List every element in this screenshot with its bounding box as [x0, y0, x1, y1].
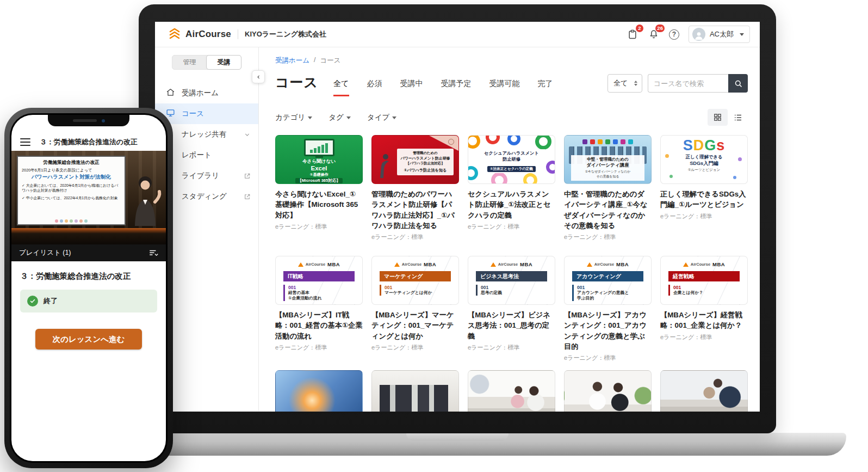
course-thumbnail[interactable]: AirCourseMBA アカウンティング 001 アカウンティングの意義と 学…	[564, 256, 652, 305]
puzzle-pieces-graphic	[565, 139, 651, 144]
tab-required[interactable]: 必須	[367, 79, 382, 96]
course-title[interactable]: 【MBAシリーズ】経営戦略：001_企業とは何か？	[660, 310, 748, 331]
mba-banner: 経営戦略	[668, 271, 740, 281]
phone-notch	[48, 115, 129, 126]
course-thumbnail[interactable]: AirCourseMBA IT戦略 001 経営の基本 ①企業活動の流れ	[275, 256, 363, 305]
grid-view-button[interactable]	[708, 109, 728, 126]
course-title[interactable]: 【MBAシリーズ】マーケティング：001_マーケティングとは何か	[371, 310, 459, 341]
course-meta: eラーニング：標準	[660, 333, 748, 341]
course-title[interactable]: セクシュアルハラスメント防止研修_①法改正とセクハラの定義	[468, 189, 555, 220]
next-lesson-button[interactable]: 次のレッスンへ進む	[35, 329, 142, 350]
course-title[interactable]: 【MBAシリーズ】ビジネス思考法：001_思考の定義	[468, 310, 555, 341]
scope-select-value: 全て	[613, 78, 628, 88]
bowing-person-graphic	[377, 153, 391, 180]
sidebar-item-courses[interactable]: コース	[155, 103, 258, 124]
sidebar-item-label: レポート	[182, 150, 212, 160]
thumb-text-box: セクシュアルハラスメント 防止研修 ①法改正とセクハラの定義	[478, 149, 545, 173]
aircourse-mba-logo: AirCourseMBA	[276, 261, 362, 267]
course-title[interactable]: 管理職のためのパワーハラスメント防止研修【パワハラ防止法対応】_①パワハラ防止法…	[371, 189, 459, 231]
brand[interactable]: AirCourse	[168, 28, 231, 41]
header-divider	[238, 29, 238, 39]
course-meta: eラーニング：標準	[275, 223, 363, 231]
help-icon[interactable]: ?	[669, 29, 679, 40]
course-card: AirCourseMBA IT戦略 001 経営の基本 ①企業活動の流れ 【MB…	[275, 256, 363, 362]
video-player[interactable]: 労働施策総合推進法の改正 2020年6月1日より条文の新設によって パワーハラス…	[11, 151, 166, 244]
search-button[interactable]	[728, 74, 748, 93]
breadcrumb-home-link[interactable]: 受講ホーム	[275, 56, 309, 65]
thumb-text: SDGs入門編	[661, 160, 747, 167]
course-thumbnail[interactable]: AirCourseMBA マーケティング 001 マーケティングとは何か	[371, 256, 459, 305]
course-photo-thumbnail[interactable]	[371, 370, 459, 412]
app-header: AirCourse KIYOラーニング株式会社 2	[155, 22, 760, 47]
course-title[interactable]: 中堅・管理職のためのダイバーシティ講座_①今なぜダイバーシティなのかその意義を知…	[564, 189, 652, 231]
mba-banner: マーケティング	[380, 271, 451, 281]
lesson-title: ３：労働施策総合推進法の改正	[20, 271, 157, 281]
tab-all[interactable]: 全て	[333, 79, 349, 96]
thumb-text: Excel	[311, 165, 327, 172]
playlist-bar[interactable]: プレイリスト (1)	[11, 244, 166, 261]
filter-category[interactable]: カテゴリ	[275, 113, 312, 122]
gender-symbol-graphic	[491, 172, 507, 184]
gender-symbol-graphic	[486, 135, 500, 144]
aircourse-mba-logo: AirCourseMBA	[661, 261, 747, 267]
course-thumbnail[interactable]: SDGs 正しく理解できる SDGs入門編 ①ルーツとビジョン	[660, 135, 748, 184]
sidebar-item-label: スタディング	[182, 192, 227, 201]
course-thumbnail[interactable]: AirCourseMBA ビジネス思考法 001 思考の定義	[468, 256, 555, 305]
sidebar-item-label: ナレッジ共有	[182, 130, 226, 139]
course-photo-thumbnail[interactable]	[275, 370, 363, 412]
phone-speaker	[73, 119, 97, 122]
breadcrumb: 受講ホーム / コース	[275, 56, 748, 65]
thumb-text: ①ルーツとビジョン	[661, 168, 747, 173]
sidebar-item-label: 受講ホーム	[182, 88, 219, 98]
notifications-bell-icon[interactable]: 26	[648, 28, 660, 40]
slide-line: 2020年6月1日より条文の新設によって	[22, 168, 121, 173]
course-card: AirCourseMBA マーケティング 001 マーケティングとは何か 【MB…	[371, 256, 459, 362]
course-photo-thumbnail[interactable]	[564, 370, 652, 412]
course-title[interactable]: 【MBAシリーズ】IT戦略：001_経営の基本①企業活動の流れ	[275, 310, 363, 341]
course-thumbnail[interactable]: セクシュアルハラスメント 防止研修 ①法改正とセクハラの定義	[468, 135, 555, 184]
filter-type[interactable]: タイプ	[367, 113, 396, 122]
course-card: SDGs 正しく理解できる SDGs入門編 ①ルーツとビジョン 正しく理解できる…	[660, 135, 748, 241]
course-tabs: 全て 必須 受講中 受講予定 受講可能 完了	[333, 73, 553, 96]
course-title[interactable]: 【MBAシリーズ】アカウンティング：001_アカウンティングの意義と学ぶ目的	[564, 310, 652, 352]
monitor-icon	[166, 108, 175, 119]
course-thumbnail[interactable]: 管理職のための パワーハラスメント防止研修 【パワハラ防止法対応】 ①パワハラ防…	[371, 135, 459, 184]
main-content: 受講ホーム / コース コース 全て 必須 受講中 受講予定 受講可能 完了	[259, 47, 760, 411]
playlist-label: プレイリスト (1)	[19, 248, 71, 258]
company-name: KIYOラーニング株式会社	[245, 29, 326, 39]
hamburger-menu-icon[interactable]	[20, 138, 30, 146]
user-menu[interactable]: AC太郎	[689, 26, 750, 43]
presenter-graphic	[128, 174, 163, 228]
tab-in-progress[interactable]: 受講中	[400, 79, 423, 96]
tab-done[interactable]: 完了	[538, 79, 553, 96]
laptop-screen: AirCourse KIYOラーニング株式会社 2	[155, 22, 760, 412]
thumb-text: ①基礎操作	[310, 172, 328, 177]
course-card: AirCourseMBA 経営戦略 001 企業とは何か？ 【MBAシリーズ】経…	[660, 256, 748, 362]
sidebar-item-home[interactable]: 受講ホーム	[155, 83, 258, 103]
stage: AirCourse KIYOラーニング株式会社 2	[0, 0, 868, 472]
search-input[interactable]	[648, 74, 728, 93]
tab-available[interactable]: 受講可能	[489, 79, 520, 96]
tasks-icon[interactable]: 2	[627, 28, 638, 40]
toggle-learner[interactable]: 受講	[206, 55, 241, 70]
course-photo-thumbnail[interactable]	[468, 370, 555, 412]
notifications-badge: 26	[655, 24, 665, 32]
list-icon	[733, 113, 743, 122]
chart-monitor-graphic	[304, 139, 334, 156]
course-thumbnail[interactable]: AirCourseMBA 経営戦略 001 企業とは何か？	[660, 256, 748, 305]
course-photo-thumbnail[interactable]	[660, 370, 748, 412]
scope-select[interactable]: 全て	[607, 74, 642, 93]
course-title[interactable]: 今さら聞けないExcel_①基礎操作【Microsoft 365対応】	[275, 189, 363, 220]
clock-graphic	[448, 139, 454, 145]
course-title[interactable]: 正しく理解できるSDGs入門編_①ルーツとビジョン	[660, 189, 748, 210]
tab-planned[interactable]: 受講予定	[441, 79, 472, 96]
doodle-dot	[665, 154, 669, 158]
tasks-badge: 2	[636, 24, 643, 32]
course-thumbnail[interactable]: 中堅・管理職のための ダイバーシティ講座 ①今なぜダイバーシティなのか その意義…	[564, 135, 652, 184]
filter-tag[interactable]: タグ	[328, 113, 351, 122]
course-thumbnail[interactable]: 今さら聞けない Excel ①基礎操作 【Microsoft 365対応】	[275, 135, 363, 184]
toggle-admin[interactable]: 管理	[172, 56, 207, 69]
user-name: AC太郎	[710, 29, 734, 39]
sidebar-collapse-button[interactable]	[252, 70, 265, 83]
list-view-button[interactable]	[728, 109, 748, 126]
